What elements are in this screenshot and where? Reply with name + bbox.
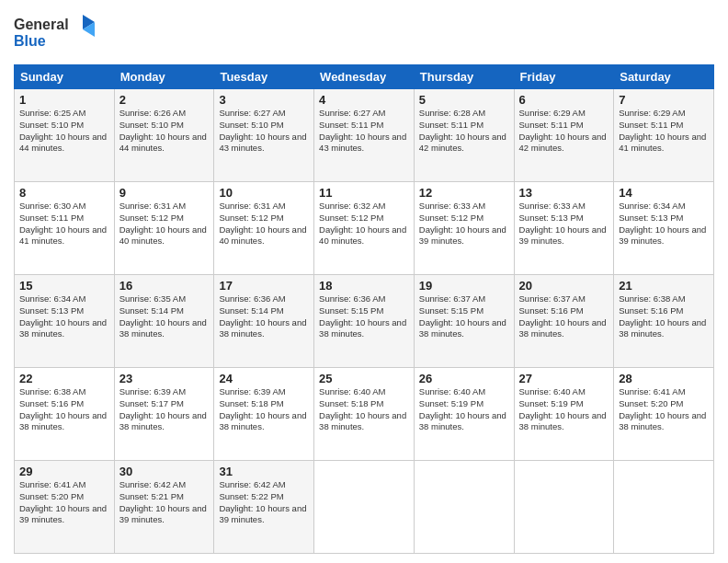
- day-number: 17: [219, 279, 309, 293]
- day-number: 3: [219, 93, 309, 107]
- calendar-cell: 3Sunrise: 6:27 AMSunset: 5:10 PMDaylight…: [214, 89, 314, 182]
- week-row-5: 29Sunrise: 6:41 AMSunset: 5:20 PMDayligh…: [15, 461, 714, 554]
- day-number: 16: [119, 279, 210, 293]
- week-row-1: 1Sunrise: 6:25 AMSunset: 5:10 PMDaylight…: [15, 89, 714, 182]
- week-row-4: 22Sunrise: 6:38 AMSunset: 5:16 PMDayligh…: [15, 368, 714, 461]
- logo: General Blue: [14, 13, 97, 57]
- weekday-friday: Friday: [514, 65, 614, 89]
- day-number: 30: [119, 465, 210, 478]
- weekday-monday: Monday: [114, 65, 214, 89]
- cell-info: Sunrise: 6:26 AMSunset: 5:10 PMDaylight:…: [119, 108, 210, 155]
- day-number: 6: [519, 93, 609, 107]
- calendar-cell: 31Sunrise: 6:42 AMSunset: 5:22 PMDayligh…: [214, 461, 314, 554]
- cell-info: Sunrise: 6:30 AMSunset: 5:11 PMDaylight:…: [19, 201, 109, 247]
- day-number: 19: [419, 279, 509, 293]
- cell-info: Sunrise: 6:37 AMSunset: 5:16 PMDaylight:…: [519, 293, 609, 340]
- cell-info: Sunrise: 6:40 AMSunset: 5:19 PMDaylight:…: [419, 386, 509, 433]
- calendar-cell: 1Sunrise: 6:25 AMSunset: 5:10 PMDaylight…: [15, 89, 115, 182]
- cell-info: Sunrise: 6:42 AMSunset: 5:21 PMDaylight:…: [119, 479, 210, 526]
- calendar-cell: 23Sunrise: 6:39 AMSunset: 5:17 PMDayligh…: [114, 368, 214, 461]
- page: General Blue SundayMondayTuesdayWednesda…: [0, 0, 728, 563]
- cell-info: Sunrise: 6:29 AMSunset: 5:11 PMDaylight:…: [519, 108, 609, 155]
- day-number: 21: [619, 279, 709, 293]
- day-number: 31: [219, 465, 309, 478]
- day-number: 23: [119, 372, 210, 385]
- cell-info: Sunrise: 6:36 AMSunset: 5:15 PMDaylight:…: [319, 293, 409, 340]
- day-number: 15: [19, 279, 109, 293]
- calendar-cell: 16Sunrise: 6:35 AMSunset: 5:14 PMDayligh…: [114, 275, 214, 368]
- calendar-cell: 24Sunrise: 6:39 AMSunset: 5:18 PMDayligh…: [214, 368, 314, 461]
- calendar-cell: 18Sunrise: 6:36 AMSunset: 5:15 PMDayligh…: [314, 275, 415, 368]
- cell-info: Sunrise: 6:38 AMSunset: 5:16 PMDaylight:…: [19, 386, 109, 433]
- week-row-3: 15Sunrise: 6:34 AMSunset: 5:13 PMDayligh…: [15, 275, 714, 368]
- cell-info: Sunrise: 6:39 AMSunset: 5:17 PMDaylight:…: [119, 386, 210, 433]
- calendar-cell: 7Sunrise: 6:29 AMSunset: 5:11 PMDaylight…: [614, 89, 714, 182]
- calendar-table: SundayMondayTuesdayWednesdayThursdayFrid…: [14, 64, 714, 554]
- cell-info: Sunrise: 6:27 AMSunset: 5:10 PMDaylight:…: [219, 108, 309, 155]
- svg-text:General: General: [14, 17, 69, 32]
- day-number: 5: [419, 93, 509, 107]
- day-number: 22: [19, 372, 109, 385]
- cell-info: Sunrise: 6:33 AMSunset: 5:12 PMDaylight:…: [419, 201, 509, 247]
- calendar-cell: 28Sunrise: 6:41 AMSunset: 5:20 PMDayligh…: [614, 368, 714, 461]
- calendar-cell: 13Sunrise: 6:33 AMSunset: 5:13 PMDayligh…: [514, 182, 614, 275]
- week-row-2: 8Sunrise: 6:30 AMSunset: 5:11 PMDaylight…: [15, 182, 714, 275]
- cell-info: Sunrise: 6:34 AMSunset: 5:13 PMDaylight:…: [619, 201, 709, 247]
- calendar-cell: 4Sunrise: 6:27 AMSunset: 5:11 PMDaylight…: [314, 89, 415, 182]
- day-number: 1: [19, 93, 109, 107]
- calendar-cell: 10Sunrise: 6:31 AMSunset: 5:12 PMDayligh…: [214, 182, 314, 275]
- weekday-saturday: Saturday: [614, 65, 714, 89]
- day-number: 8: [19, 186, 109, 200]
- calendar-cell: 26Sunrise: 6:40 AMSunset: 5:19 PMDayligh…: [414, 368, 514, 461]
- day-number: 11: [319, 186, 409, 200]
- cell-info: Sunrise: 6:42 AMSunset: 5:22 PMDaylight:…: [219, 479, 309, 526]
- cell-info: Sunrise: 6:28 AMSunset: 5:11 PMDaylight:…: [419, 108, 509, 155]
- day-number: 25: [319, 372, 409, 385]
- calendar-cell: [614, 461, 714, 554]
- calendar-cell: 30Sunrise: 6:42 AMSunset: 5:21 PMDayligh…: [114, 461, 214, 554]
- cell-info: Sunrise: 6:33 AMSunset: 5:13 PMDaylight:…: [519, 201, 609, 247]
- calendar-cell: 27Sunrise: 6:40 AMSunset: 5:19 PMDayligh…: [514, 368, 614, 461]
- cell-info: Sunrise: 6:25 AMSunset: 5:10 PMDaylight:…: [19, 108, 109, 155]
- cell-info: Sunrise: 6:35 AMSunset: 5:14 PMDaylight:…: [119, 293, 210, 340]
- cell-info: Sunrise: 6:31 AMSunset: 5:12 PMDaylight:…: [219, 201, 309, 247]
- day-number: 10: [219, 186, 309, 200]
- cell-info: Sunrise: 6:40 AMSunset: 5:19 PMDaylight:…: [519, 386, 609, 433]
- day-number: 12: [419, 186, 509, 200]
- calendar-cell: 20Sunrise: 6:37 AMSunset: 5:16 PMDayligh…: [514, 275, 614, 368]
- cell-info: Sunrise: 6:41 AMSunset: 5:20 PMDaylight:…: [19, 479, 109, 526]
- day-number: 27: [519, 372, 609, 385]
- weekday-tuesday: Tuesday: [214, 65, 314, 89]
- calendar-cell: 2Sunrise: 6:26 AMSunset: 5:10 PMDaylight…: [114, 89, 214, 182]
- calendar-cell: 29Sunrise: 6:41 AMSunset: 5:20 PMDayligh…: [15, 461, 115, 554]
- day-number: 26: [419, 372, 509, 385]
- cell-info: Sunrise: 6:29 AMSunset: 5:11 PMDaylight:…: [619, 108, 709, 155]
- day-number: 24: [219, 372, 309, 385]
- day-number: 4: [319, 93, 409, 107]
- calendar-cell: 8Sunrise: 6:30 AMSunset: 5:11 PMDaylight…: [15, 182, 115, 275]
- weekday-header-row: SundayMondayTuesdayWednesdayThursdayFrid…: [15, 65, 714, 89]
- cell-info: Sunrise: 6:37 AMSunset: 5:15 PMDaylight:…: [419, 293, 509, 340]
- svg-text:Blue: Blue: [14, 33, 46, 49]
- cell-info: Sunrise: 6:41 AMSunset: 5:20 PMDaylight:…: [619, 386, 709, 433]
- day-number: 20: [519, 279, 609, 293]
- calendar-cell: 25Sunrise: 6:40 AMSunset: 5:18 PMDayligh…: [314, 368, 415, 461]
- calendar-cell: 14Sunrise: 6:34 AMSunset: 5:13 PMDayligh…: [614, 182, 714, 275]
- day-number: 28: [619, 372, 709, 385]
- calendar-cell: 21Sunrise: 6:38 AMSunset: 5:16 PMDayligh…: [614, 275, 714, 368]
- cell-info: Sunrise: 6:34 AMSunset: 5:13 PMDaylight:…: [19, 293, 109, 340]
- calendar-cell: 15Sunrise: 6:34 AMSunset: 5:13 PMDayligh…: [15, 275, 115, 368]
- calendar-cell: 17Sunrise: 6:36 AMSunset: 5:14 PMDayligh…: [214, 275, 314, 368]
- day-number: 2: [119, 93, 210, 107]
- cell-info: Sunrise: 6:32 AMSunset: 5:12 PMDaylight:…: [319, 201, 409, 247]
- weekday-wednesday: Wednesday: [314, 65, 415, 89]
- cell-info: Sunrise: 6:39 AMSunset: 5:18 PMDaylight:…: [219, 386, 309, 433]
- cell-info: Sunrise: 6:40 AMSunset: 5:18 PMDaylight:…: [319, 386, 409, 433]
- calendar-cell: 22Sunrise: 6:38 AMSunset: 5:16 PMDayligh…: [15, 368, 115, 461]
- calendar-cell: [414, 461, 514, 554]
- calendar-cell: [314, 461, 415, 554]
- logo-text: General Blue: [14, 13, 97, 57]
- day-number: 7: [619, 93, 709, 107]
- cell-info: Sunrise: 6:36 AMSunset: 5:14 PMDaylight:…: [219, 293, 309, 340]
- day-number: 9: [119, 186, 210, 200]
